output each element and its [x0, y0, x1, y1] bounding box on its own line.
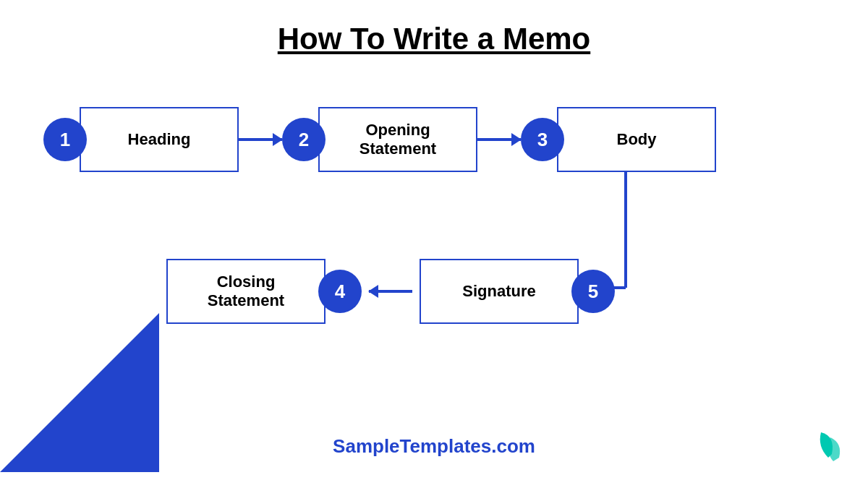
label-3: Body [617, 130, 657, 149]
flowchart: 1 Heading 2 OpeningStatement 3 Body 5 [0, 64, 868, 472]
circle-5: 5 [571, 270, 615, 313]
label-1: Heading [128, 130, 191, 149]
circle-4: 4 [318, 270, 362, 313]
label-5: Signature [462, 282, 535, 301]
box-5: Signature [420, 259, 579, 324]
box-1: Heading [80, 107, 239, 172]
circle-3: 3 [521, 118, 564, 161]
label-2: OpeningStatement [359, 121, 436, 158]
row2: 5 Signature 4 ClosingStatement [166, 259, 825, 324]
step-4: 4 ClosingStatement [166, 259, 362, 324]
step-2: 2 OpeningStatement [282, 107, 477, 172]
row1: 1 Heading 2 OpeningStatement 3 Body [43, 107, 825, 172]
circle-1: 1 [43, 118, 87, 161]
step-5: 5 Signature [420, 259, 615, 324]
leaf-logo [803, 421, 846, 465]
arrow-2-3 [477, 138, 521, 141]
arrow-4-5 [369, 290, 412, 293]
box-4: ClosingStatement [166, 259, 326, 324]
step-3: 3 Body [521, 107, 716, 172]
page-title: How To Write a Memo [0, 0, 868, 56]
step-1: 1 Heading [43, 107, 239, 172]
box-3: Body [557, 107, 716, 172]
circle-2: 2 [282, 118, 326, 161]
footer-brand: SampleTemplates.com [0, 435, 868, 458]
arrow-1-2 [239, 138, 282, 141]
box-2: OpeningStatement [318, 107, 477, 172]
label-4: ClosingStatement [208, 273, 284, 310]
